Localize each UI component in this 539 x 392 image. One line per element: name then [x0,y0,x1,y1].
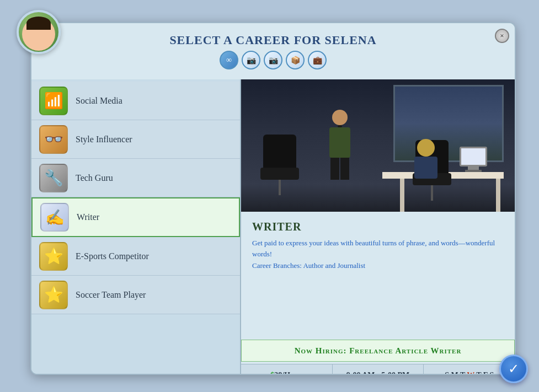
salary-value: $38/Hour [270,371,302,375]
detail-panel: Writer Get paid to express your ideas wi… [241,79,515,375]
career-detail-branches: Career Branches: Author and Journalist [252,261,504,270]
content-area: 📶 Social Media 👓 Style Influencer 🔧 Tech… [31,79,515,375]
info-bar: $38/Hour 9:00 AM - 5:00 PM S M T W T F S [241,364,515,375]
career-item-social-media[interactable]: 📶 Social Media [31,82,240,120]
confirm-icon: ✓ [508,361,519,377]
writer-icon: ✍️ [40,203,69,232]
career-name-soccer: Soccer Team Player [76,290,146,300]
career-item-style-influencer[interactable]: 👓 Style Influencer [31,120,240,159]
header: Select a Career for Selena ∞ 📷 📷 📦 💼 [31,23,515,79]
filter-bar: ∞ 📷 📷 📦 💼 [31,47,515,75]
career-item-esports[interactable]: ⭐ E-Sports Competitor [31,237,240,276]
schedule-cell: 9:00 AM - 5:00 PM [333,364,424,375]
filter-briefcase[interactable]: 💼 [308,51,327,69]
career-list[interactable]: 📶 Social Media 👓 Style Influencer 🔧 Tech… [31,79,241,375]
hiring-bar: Now Hiring: Freelance Article Writer [241,340,515,362]
work-day-highlight: W [467,371,474,375]
main-window: × Select a Career for Selena ∞ 📷 📷 📦 💼 📶… [30,22,516,375]
hiring-text: Now Hiring: Freelance Article Writer [295,346,462,355]
career-item-writer[interactable]: ✍️ Writer [31,197,240,237]
career-name-social-media: Social Media [76,96,122,106]
career-name-writer: Writer [77,212,99,222]
schedule-value: 9:00 AM - 5:00 PM [346,371,409,375]
dialog-title: Select a Career for Selena [31,33,515,47]
career-name-style-influencer: Style Influencer [76,135,132,144]
career-item-tech-guru[interactable]: 🔧 Tech Guru [31,159,240,197]
soccer-icon: ⭐ [39,281,68,309]
style-influencer-icon: 👓 [39,125,68,154]
tech-guru-icon: 🔧 [39,164,68,192]
filter-camera2[interactable]: 📷 [264,51,282,69]
confirm-button[interactable]: ✓ [499,355,528,383]
filter-all[interactable]: ∞ [220,51,238,69]
filter-box[interactable]: 📦 [286,51,305,69]
career-detail-content: Writer Get paid to express your ideas wi… [241,212,515,340]
esports-icon: ⭐ [39,242,68,271]
career-image [241,79,515,212]
career-name-tech-guru: Tech Guru [76,173,113,183]
career-name-esports: E-Sports Competitor [76,251,149,261]
salary-amount: 38/Hour [274,371,302,375]
close-button[interactable]: × [495,29,509,43]
career-detail-title: Writer [252,221,504,233]
career-detail-description: Get paid to express your ideas with beau… [252,238,504,259]
salary-cell: $38/Hour [241,364,333,375]
career-item-soccer[interactable]: ⭐ Soccer Team Player [31,276,240,314]
filter-camera1[interactable]: 📷 [242,51,260,69]
avatar [17,10,61,54]
days-value: S M T W T F S [445,371,494,375]
social-media-icon: 📶 [39,87,68,115]
